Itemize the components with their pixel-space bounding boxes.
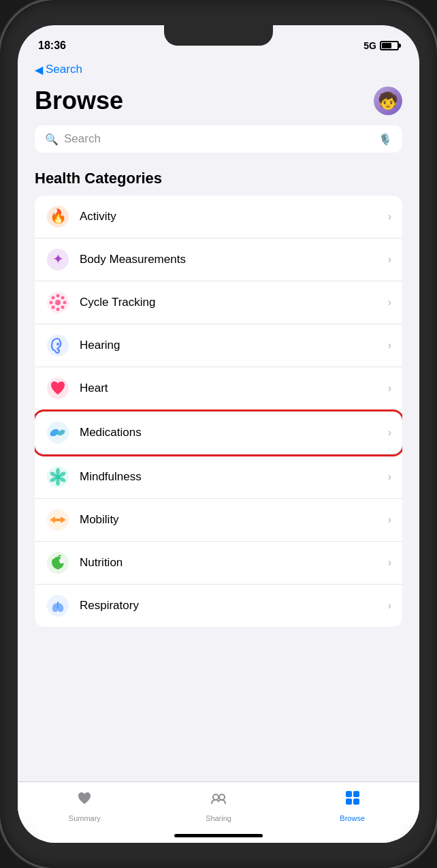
nutrition-icon <box>46 551 70 575</box>
svg-text:🔥: 🔥 <box>50 208 67 224</box>
browse-tab-icon <box>344 789 361 811</box>
hearing-label: Hearing <box>80 339 378 352</box>
respiratory-label: Respiratory <box>80 599 378 613</box>
svg-point-11 <box>50 301 53 305</box>
cycle-tracking-icon <box>46 290 70 315</box>
page-header: Browse 🧒 <box>35 80 402 125</box>
category-item-nutrition[interactable]: Nutrition › <box>35 542 402 585</box>
sharing-tab-icon <box>210 789 227 811</box>
nutrition-chevron: › <box>388 557 391 569</box>
svg-point-8 <box>61 306 65 309</box>
mindfulness-label: Mindfulness <box>80 470 378 484</box>
activity-icon: 🔥 <box>46 204 70 229</box>
battery-icon <box>380 41 399 50</box>
category-item-heart[interactable]: Heart › <box>35 367 402 410</box>
svg-rect-35 <box>353 791 359 797</box>
category-item-hearing[interactable]: Hearing › <box>35 324 402 367</box>
tab-browse[interactable]: Browse <box>285 789 419 822</box>
heart-label: Heart <box>80 382 378 395</box>
mindfulness-chevron: › <box>388 471 391 483</box>
category-item-mobility[interactable]: Mobility › <box>35 499 402 542</box>
categories-list: 🔥 Activity › ✦ Body Measurements <box>35 196 402 627</box>
nutrition-label: Nutrition <box>80 556 378 570</box>
svg-point-30 <box>59 558 65 563</box>
svg-rect-37 <box>353 799 359 805</box>
svg-point-15 <box>56 343 59 345</box>
svg-point-12 <box>52 296 55 300</box>
phone-screen: 18:36 5G ◀ Search Browse 🧒 🔍 Searc <box>18 25 419 843</box>
category-item-activity[interactable]: 🔥 Activity › <box>35 196 402 238</box>
category-item-body-measurements[interactable]: ✦ Body Measurements › <box>35 238 402 281</box>
page-title: Browse <box>35 87 123 115</box>
cycle-tracking-chevron: › <box>388 296 391 309</box>
avatar[interactable]: 🧒 <box>374 87 402 115</box>
svg-point-21 <box>56 468 60 475</box>
mindfulness-icon <box>46 465 70 489</box>
category-item-cycle-tracking[interactable]: Cycle Tracking › <box>35 281 402 324</box>
svg-point-5 <box>56 294 60 298</box>
svg-point-32 <box>213 794 218 800</box>
body-measurements-label: Body Measurements <box>80 253 378 266</box>
search-placeholder: Search <box>64 132 373 146</box>
svg-rect-34 <box>346 791 352 797</box>
hearing-chevron: › <box>388 339 391 352</box>
phone-frame: 18:36 5G ◀ Search Browse 🧒 🔍 Searc <box>0 0 437 868</box>
body-measurements-icon: ✦ <box>46 247 70 272</box>
summary-tab-icon <box>76 789 93 811</box>
medications-chevron: › <box>388 427 391 439</box>
tab-summary[interactable]: Summary <box>18 789 152 822</box>
mobility-icon <box>46 508 70 532</box>
page-content: Browse 🧒 🔍 Search 🎙️ Health Categories <box>18 80 419 785</box>
back-label: Search <box>46 63 82 76</box>
status-time: 18:36 <box>38 40 66 52</box>
category-item-mindfulness[interactable]: Mindfulness › <box>35 456 402 499</box>
notch <box>164 25 273 46</box>
activity-label: Activity <box>80 210 378 223</box>
svg-point-9 <box>56 308 60 311</box>
tab-sharing[interactable]: Sharing <box>152 789 286 822</box>
svg-point-6 <box>61 296 65 300</box>
svg-point-7 <box>63 301 67 305</box>
search-icon: 🔍 <box>45 133 59 146</box>
mobility-label: Mobility <box>80 513 378 527</box>
category-item-medications[interactable]: Medications › <box>35 412 402 454</box>
back-nav[interactable]: ◀ Search <box>18 59 419 80</box>
back-chevron-icon: ◀ <box>35 63 43 76</box>
mobility-chevron: › <box>388 514 391 526</box>
svg-point-10 <box>52 306 55 309</box>
heart-icon <box>46 376 70 401</box>
search-bar[interactable]: 🔍 Search 🎙️ <box>35 125 402 153</box>
hearing-icon <box>46 333 70 358</box>
svg-point-27 <box>55 474 61 480</box>
svg-point-24 <box>56 479 60 486</box>
microphone-icon[interactable]: 🎙️ <box>378 133 392 146</box>
cycle-tracking-label: Cycle Tracking <box>80 296 378 309</box>
svg-point-13 <box>55 300 61 305</box>
browse-tab-label: Browse <box>340 814 365 822</box>
body-measurements-chevron: › <box>388 253 391 266</box>
activity-chevron: › <box>388 211 391 223</box>
sharing-tab-label: Sharing <box>206 814 231 822</box>
battery-fill <box>382 43 391 48</box>
summary-tab-label: Summary <box>69 814 101 822</box>
respiratory-chevron: › <box>388 600 391 612</box>
category-item-respiratory[interactable]: Respiratory › <box>35 585 402 627</box>
svg-text:✦: ✦ <box>52 251 64 266</box>
respiratory-icon <box>46 593 70 618</box>
medications-icon <box>46 420 70 445</box>
status-right: 5G <box>363 40 399 51</box>
section-title: Health Categories <box>35 170 402 187</box>
heart-chevron: › <box>388 382 391 394</box>
network-indicator: 5G <box>363 40 376 51</box>
medications-label: Medications <box>80 426 378 439</box>
home-indicator <box>174 834 263 837</box>
svg-rect-36 <box>346 799 352 805</box>
svg-point-33 <box>219 794 225 800</box>
